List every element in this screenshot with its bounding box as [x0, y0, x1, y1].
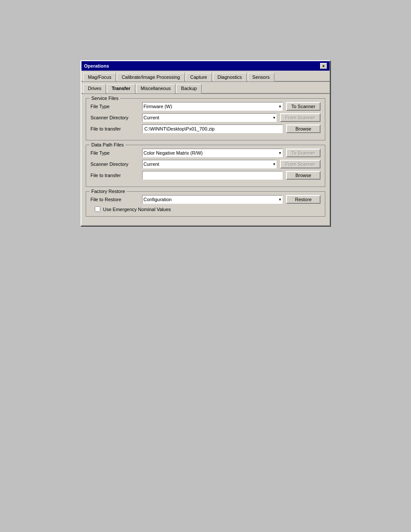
factory-file-restore-label: File to Restore	[90, 197, 142, 202]
factory-restore-group: Factory Restore File to Restore Configur…	[86, 191, 325, 217]
tab-transfer[interactable]: Transfer	[107, 84, 135, 93]
service-file-type-wrapper: Firmware (W)Firmware (R)Configuration ▼	[142, 102, 283, 111]
data-path-files-label: Data Path Files	[90, 142, 125, 147]
tabs-row-2: Drives Transfer Miscellaneous Backup	[81, 82, 330, 94]
service-file-transfer-wrapper: C:\WINNT\Desktop\Px01_700.zip	[142, 124, 283, 133]
tab-content: Service Files File Type Firmware (W)Firm…	[81, 94, 330, 225]
data-scanner-dir-row: Scanner Directory CurrentFactory ▼ From …	[90, 160, 321, 168]
data-file-transfer-input[interactable]	[142, 171, 283, 180]
service-file-type-row: File Type Firmware (W)Firmware (R)Config…	[90, 102, 321, 111]
tab-mag-focus[interactable]: Mag/Focus	[83, 73, 116, 81]
factory-file-restore-select[interactable]: ConfigurationFirmwareMatrix	[142, 195, 283, 204]
tab-drives[interactable]: Drives	[83, 84, 106, 93]
operations-window: Operations × Mag/Focus Calibrate/Image P…	[81, 60, 330, 226]
factory-file-restore-wrapper: ConfigurationFirmwareMatrix ▼	[142, 195, 283, 204]
service-browse-button[interactable]: Browse	[286, 124, 321, 133]
service-files-group: Service Files File Type Firmware (W)Firm…	[86, 98, 325, 140]
data-scanner-dir-label: Scanner Directory	[90, 162, 142, 167]
data-path-files-group: Data Path Files File Type Color Negative…	[86, 145, 325, 187]
service-from-scanner-button[interactable]: From Scanner	[280, 113, 321, 122]
data-scanner-dir-wrapper: CurrentFactory ▼	[142, 160, 277, 168]
data-scanner-dir-select[interactable]: CurrentFactory	[142, 160, 277, 168]
service-files-label: Service Files	[90, 96, 120, 101]
service-scanner-dir-select[interactable]: CurrentFactory	[142, 113, 277, 122]
service-scanner-dir-wrapper: CurrentFactory ▼	[142, 113, 277, 122]
title-bar: Operations ×	[81, 61, 330, 71]
service-file-transfer-row: File to transfer C:\WINNT\Desktop\Px01_7…	[90, 124, 321, 133]
service-file-transfer-input[interactable]: C:\WINNT\Desktop\Px01_700.zip	[142, 124, 283, 133]
service-scanner-dir-row: Scanner Directory CurrentFactory ▼ From …	[90, 113, 321, 122]
emergency-nominal-checkbox[interactable]	[95, 206, 100, 212]
tab-backup[interactable]: Backup	[176, 84, 202, 93]
data-file-type-label: File Type	[90, 150, 142, 156]
data-from-scanner-button[interactable]: From Scanner	[280, 160, 321, 168]
service-file-type-select[interactable]: Firmware (W)Firmware (R)Configuration	[142, 102, 283, 111]
window-title: Operations	[84, 63, 109, 68]
data-file-transfer-wrapper	[142, 171, 283, 180]
tab-calibrate[interactable]: Calibrate/Image Processing	[117, 73, 184, 81]
service-scanner-dir-label: Scanner Directory	[90, 115, 142, 120]
data-to-scanner-button[interactable]: To Scanner	[286, 149, 321, 157]
factory-file-restore-row: File to Restore ConfigurationFirmwareMat…	[90, 195, 321, 204]
service-to-scanner-button[interactable]: To Scanner	[286, 102, 321, 111]
tab-miscellaneous[interactable]: Miscellaneous	[136, 84, 176, 93]
data-file-transfer-label: File to transfer	[90, 173, 142, 178]
data-file-type-row: File Type Color Negative Matrix (R/W)Col…	[90, 149, 321, 157]
factory-restore-button[interactable]: Restore	[286, 195, 321, 204]
tabs-row-1: Mag/Focus Calibrate/Image Processing Cap…	[81, 71, 330, 82]
data-file-transfer-row: File to transfer Browse	[90, 171, 321, 180]
tab-diagnostics[interactable]: Diagnostics	[213, 73, 247, 81]
factory-restore-label: Factory Restore	[90, 189, 127, 194]
tab-capture[interactable]: Capture	[186, 73, 212, 81]
tab-sensors[interactable]: Sensors	[248, 73, 274, 81]
data-file-type-wrapper: Color Negative Matrix (R/W)Color Positiv…	[142, 149, 283, 157]
data-browse-button[interactable]: Browse	[286, 171, 321, 180]
service-file-transfer-label: File to transfer	[90, 126, 142, 131]
service-file-type-label: File Type	[90, 104, 142, 109]
close-button[interactable]: ×	[320, 63, 327, 69]
emergency-nominal-row: Use Emergency Nominal Values	[95, 206, 321, 212]
emergency-nominal-label: Use Emergency Nominal Values	[103, 207, 171, 212]
data-file-type-select[interactable]: Color Negative Matrix (R/W)Color Positiv…	[142, 149, 283, 157]
